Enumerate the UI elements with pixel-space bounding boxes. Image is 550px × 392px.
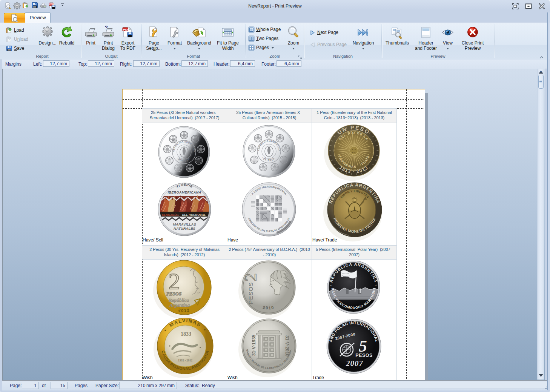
svg-text:PESOS: PESOS xyxy=(355,353,373,358)
svg-text:Argentina: Argentina xyxy=(169,302,190,308)
svg-text:2: 2 xyxy=(241,273,260,281)
svg-text:1833: 1833 xyxy=(181,331,191,337)
svg-text:IBEROAMERICANA: IBEROAMERICANA xyxy=(167,191,201,194)
svg-text:SERRANÍAS: SERRANÍAS xyxy=(162,213,180,217)
svg-text:31·V·1935: 31·V·1935 xyxy=(251,335,257,356)
svg-text:2010: 2010 xyxy=(263,305,275,310)
svg-text:DEL HORNOCAL: DEL HORNOCAL xyxy=(182,213,206,217)
svg-text:2007: 2007 xyxy=(346,359,364,368)
svg-text:?: ? xyxy=(104,26,108,31)
svg-text:1982 - 2012: 1982 - 2012 xyxy=(178,359,193,362)
svg-text:PDF: PDF xyxy=(123,28,129,31)
svg-text:2: 2 xyxy=(169,268,180,294)
svg-text:PDF: PDF xyxy=(49,3,54,5)
svg-text:PESOS: PESOS xyxy=(166,291,181,297)
svg-text:NATURALES: NATURALES xyxy=(174,226,196,231)
svg-text:MARAVILLAS: MARAVILLAS xyxy=(173,222,196,226)
svg-text:2012: 2012 xyxy=(178,307,191,313)
svg-text:PESOS: PESOS xyxy=(247,282,254,304)
